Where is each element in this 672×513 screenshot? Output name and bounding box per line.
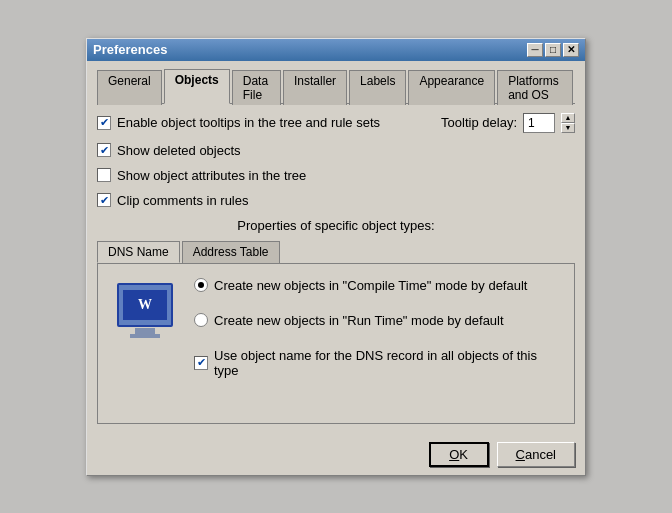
ok-button[interactable]: OK (429, 442, 489, 467)
monitor-screen: W (123, 290, 167, 320)
use-name-row: ✔ Use object name for the DNS record in … (194, 348, 562, 378)
spin-buttons: ▲ ▼ (561, 113, 575, 133)
compile-time-row: Create new objects in "Compile Time" mod… (194, 278, 562, 293)
title-bar: Preferences ─ □ ✕ (87, 39, 585, 61)
compile-time-radio[interactable] (194, 278, 208, 292)
cancel-button[interactable]: Cancel (497, 442, 575, 467)
show-deleted-label: Show deleted objects (117, 143, 241, 158)
tooltips-left: ✔ Enable object tooltips in the tree and… (97, 115, 380, 130)
show-deleted-row: ✔ Show deleted objects (97, 143, 575, 158)
maximize-button[interactable]: □ (545, 43, 561, 57)
dns-options: Create new objects in "Compile Time" mod… (194, 278, 562, 388)
spin-down-button[interactable]: ▼ (561, 123, 575, 133)
clip-comments-checkbox[interactable]: ✔ (97, 193, 111, 207)
window-title: Preferences (93, 42, 167, 57)
inner-tab-bar: DNS Name Address Table (97, 241, 575, 264)
use-name-checkbox[interactable]: ✔ (194, 356, 208, 370)
tooltip-delay-section: Tooltip delay: ▲ ▼ (441, 113, 575, 133)
tab-bar: General Objects Data File Installer Labe… (97, 68, 575, 104)
bottom-bar: OK Cancel (87, 434, 585, 475)
show-attributes-checkbox[interactable]: ✔ (97, 168, 111, 182)
compile-time-label: Create new objects in "Compile Time" mod… (214, 278, 527, 293)
inner-tab-dns[interactable]: DNS Name (97, 241, 180, 263)
dns-icon: W (110, 278, 180, 343)
main-content: General Objects Data File Installer Labe… (87, 61, 585, 434)
run-time-label: Create new objects in "Run Time" mode by… (214, 313, 504, 328)
show-attributes-label: Show object attributes in the tree (117, 168, 306, 183)
clip-comments-row: ✔ Clip comments in rules (97, 193, 575, 208)
show-attributes-row: ✔ Show object attributes in the tree (97, 168, 575, 183)
section-title: Properties of specific object types: (97, 218, 575, 233)
close-button[interactable]: ✕ (563, 43, 579, 57)
tab-datafile[interactable]: Data File (232, 70, 281, 105)
inner-tab-address[interactable]: Address Table (182, 241, 280, 263)
run-time-row: Create new objects in "Run Time" mode by… (194, 313, 562, 328)
preferences-window: Preferences ─ □ ✕ General Objects Data F… (86, 38, 586, 476)
spin-up-button[interactable]: ▲ (561, 113, 575, 123)
ok-label: K (459, 447, 468, 462)
tab-objects[interactable]: Objects (164, 69, 230, 104)
use-name-label: Use object name for the DNS record in al… (214, 348, 562, 378)
tab-labels[interactable]: Labels (349, 70, 406, 105)
tooltip-delay-input[interactable] (523, 113, 555, 133)
minimize-button[interactable]: ─ (527, 43, 543, 57)
run-time-radio[interactable] (194, 313, 208, 327)
show-deleted-checkbox[interactable]: ✔ (97, 143, 111, 157)
tab-general[interactable]: General (97, 70, 162, 105)
tooltips-row: ✔ Enable object tooltips in the tree and… (97, 113, 575, 133)
clip-comments-label: Clip comments in rules (117, 193, 249, 208)
title-bar-buttons: ─ □ ✕ (527, 43, 579, 57)
tab-appearance[interactable]: Appearance (408, 70, 495, 105)
tooltip-delay-label: Tooltip delay: (441, 115, 517, 130)
tooltips-label: Enable object tooltips in the tree and r… (117, 115, 380, 130)
tab-platforms[interactable]: Platforms and OS (497, 70, 573, 105)
cancel-label: ancel (525, 447, 556, 462)
monitor-graphic: W (117, 283, 173, 327)
inner-panel: W Create new objects in "Compile Time" m… (97, 264, 575, 424)
tooltips-checkbox[interactable]: ✔ (97, 116, 111, 130)
tab-installer[interactable]: Installer (283, 70, 347, 105)
monitor-base (130, 334, 160, 338)
